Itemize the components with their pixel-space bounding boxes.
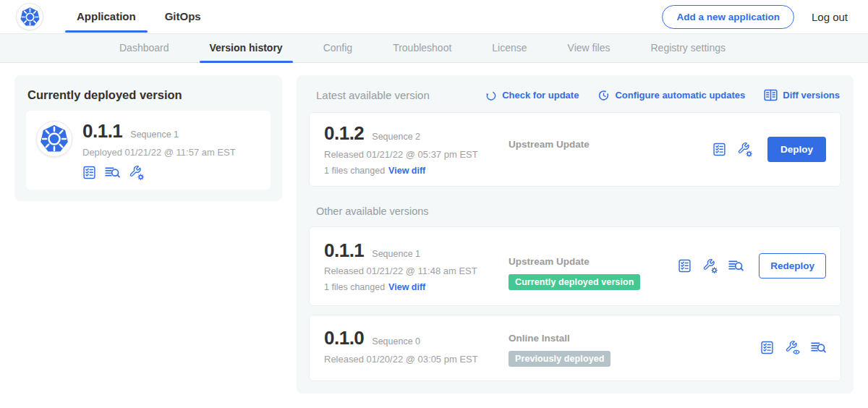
preflight-results-icon[interactable] (728, 259, 744, 273)
auto-update-clock-icon (597, 89, 610, 101)
diff-versions-link[interactable]: Diff versions (764, 89, 840, 101)
edit-config-icon[interactable] (129, 165, 144, 180)
edit-config-icon[interactable] (737, 142, 752, 157)
version-source-label: Upstream Update (509, 256, 678, 267)
subnav-config[interactable]: Config (313, 34, 362, 62)
preflight-results-icon[interactable] (105, 166, 120, 179)
check-for-update-link[interactable]: Check for update (485, 90, 579, 101)
app-sub-nav: Dashboard Version history Config Trouble… (0, 33, 868, 63)
sequence-label: Sequence 0 (372, 336, 420, 347)
view-diff-link[interactable]: View diff (388, 282, 425, 292)
version-card-0-1-0: 0.1.0 Sequence 0 Released 01/20/22 @ 03:… (309, 315, 841, 381)
version-source-label: Upstream Update (509, 139, 712, 150)
sequence-label: Sequence 2 (372, 132, 420, 142)
redeploy-button[interactable]: Redeploy (759, 253, 826, 279)
version-source-label: Online Install (509, 333, 760, 344)
release-notes-icon[interactable] (82, 166, 96, 179)
version-history-panel: Latest available version Check for updat… (297, 75, 854, 394)
subnav-view-files[interactable]: View files (558, 34, 621, 62)
release-notes-icon[interactable] (760, 341, 774, 354)
subnav-dashboard[interactable]: Dashboard (109, 34, 179, 62)
version-card-0-1-1: 0.1.1 Sequence 1 Released 01/21/22 @ 11:… (309, 226, 841, 307)
view-config-icon[interactable] (785, 340, 800, 355)
version-number: 0.1.1 (324, 240, 364, 261)
previously-deployed-badge: Previously deployed (509, 351, 610, 367)
subnav-license[interactable]: License (482, 34, 537, 62)
preflight-results-icon[interactable] (811, 341, 826, 354)
subnav-troubleshoot[interactable]: Troubleshoot (383, 34, 461, 62)
top-nav: Application GitOps Add a new application… (0, 0, 868, 33)
logout-button[interactable]: Log out (812, 11, 852, 23)
released-timestamp: Released 01/21/22 @ 11:48 am EST (324, 265, 509, 276)
files-changed-label: 1 files changed (324, 166, 385, 176)
sequence-label: Sequence 1 (372, 249, 420, 259)
tab-gitops[interactable]: GitOps (153, 0, 213, 33)
refresh-icon (485, 90, 497, 101)
configure-automatic-updates-label: Configure automatic updates (615, 90, 745, 101)
main-content: Currently deployed version 0.1.1 Sequenc… (0, 63, 868, 406)
released-timestamp: Released 01/21/22 @ 05:37 pm EST (324, 149, 509, 160)
deployed-sequence-label: Sequence 1 (130, 129, 179, 140)
version-number: 0.1.0 (324, 328, 364, 349)
deployed-panel-title: Currently deployed version (27, 88, 271, 102)
deployed-version-number: 0.1.1 (82, 121, 122, 142)
deployed-version-card: 0.1.1 Sequence 1 Deployed 01/21/22 @ 11:… (26, 111, 271, 190)
subnav-registry-settings[interactable]: Registry settings (640, 34, 735, 62)
deploy-button[interactable]: Deploy (767, 137, 826, 162)
view-diff-link[interactable]: View diff (388, 166, 425, 176)
check-for-update-label: Check for update (502, 90, 579, 101)
release-notes-icon[interactable] (712, 143, 726, 156)
latest-version-header: Latest available version (316, 89, 430, 101)
app-kubernetes-logo (36, 121, 72, 157)
add-application-button[interactable]: Add a new application (662, 5, 794, 29)
currently-deployed-badge: Currently deployed version (509, 274, 640, 290)
tab-application[interactable]: Application (65, 0, 148, 33)
version-card-0-1-2: 0.1.2 Sequence 2 Released 01/21/22 @ 05:… (309, 112, 841, 187)
diff-columns-icon (764, 89, 778, 101)
other-versions-header: Other available versions (316, 205, 840, 217)
release-notes-icon[interactable] (678, 259, 692, 273)
version-number: 0.1.2 (324, 123, 364, 144)
edit-config-icon[interactable] (702, 258, 718, 273)
diff-versions-label: Diff versions (783, 90, 840, 101)
deployed-timestamp: Deployed 01/21/22 @ 11:57 am EST (82, 147, 236, 158)
currently-deployed-panel: Currently deployed version 0.1.1 Sequenc… (14, 75, 282, 201)
subnav-version-history[interactable]: Version history (200, 34, 293, 62)
configure-automatic-updates-link[interactable]: Configure automatic updates (597, 89, 745, 101)
kubernetes-logo[interactable] (16, 3, 43, 30)
files-changed-label: 1 files changed (324, 282, 385, 292)
released-timestamp: Released 01/20/22 @ 03:05 pm EST (324, 354, 509, 365)
